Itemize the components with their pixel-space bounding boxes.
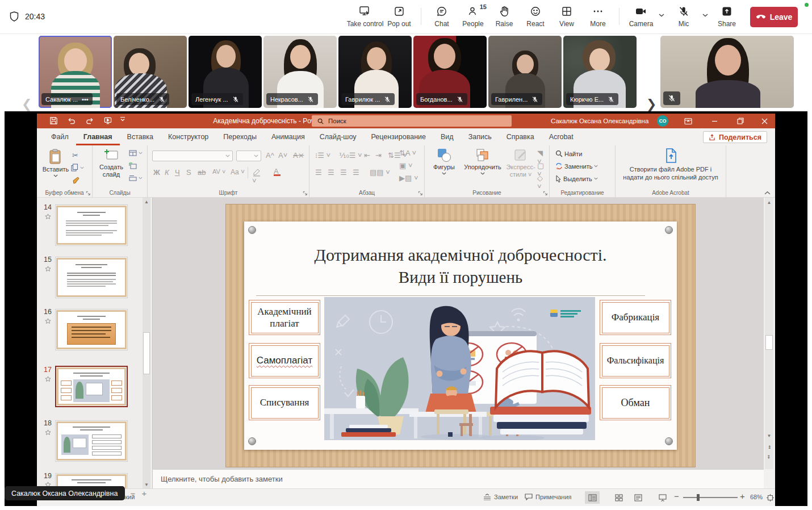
account-avatar[interactable]: СО: [657, 115, 668, 127]
text-shadow-button[interactable]: S: [186, 168, 191, 177]
qat-customize-chevron[interactable]: [120, 116, 125, 122]
cut-button[interactable]: ✂: [72, 151, 78, 160]
collapse-ribbon-chevron[interactable]: [764, 191, 771, 195]
font-name-combo[interactable]: [152, 151, 233, 161]
scrollbar-thumb[interactable]: [765, 335, 773, 350]
ppt-search-box[interactable]: [312, 115, 512, 127]
bullets-button[interactable]: ⁝☰ ˅: [315, 151, 330, 160]
slide-thumbnail-14[interactable]: [55, 204, 128, 246]
decrease-indent-button[interactable]: ⇤: [364, 151, 370, 160]
participant-tile[interactable]: Легенчук ...: [189, 36, 262, 108]
share-button[interactable]: Share: [709, 5, 745, 28]
slide-thumbnail-18[interactable]: [55, 420, 128, 462]
slide-title-line2[interactable]: Види її порушень: [249, 268, 672, 287]
violation-box-academic-plagiarism[interactable]: Академічний плагіат: [249, 300, 320, 335]
share-zoom-out-button[interactable]: −: [127, 486, 139, 500]
save-icon[interactable]: [49, 116, 58, 125]
arrange-button[interactable]: Упорядочить: [461, 148, 504, 175]
character-spacing-button[interactable]: AV ˅: [212, 168, 225, 175]
highlight-color-button[interactable]: ˅: [252, 168, 261, 185]
tab-record[interactable]: Запись: [461, 128, 499, 145]
minimize-button[interactable]: [704, 114, 725, 128]
create-pdf-icon[interactable]: [663, 148, 679, 164]
zoom-percentage[interactable]: 68%: [750, 494, 763, 500]
zoom-slider-thumb[interactable]: [697, 494, 700, 501]
columns-button[interactable]: ▤▤ ˅: [370, 168, 390, 177]
notes-panel[interactable]: Щелкните, чтобы добавить заметки: [152, 469, 764, 488]
pop-out-button[interactable]: Pop out: [381, 5, 417, 28]
restore-button[interactable]: [730, 114, 751, 128]
participant-tile[interactable]: Гаврилюк ...: [338, 36, 412, 108]
zoom-out-button[interactable]: −: [674, 491, 679, 501]
close-button[interactable]: [754, 114, 775, 128]
format-painter-button[interactable]: [72, 176, 80, 184]
paste-button[interactable]: Вставить: [43, 149, 69, 177]
bold-button[interactable]: Ж: [153, 168, 160, 177]
zoom-in-button[interactable]: +: [740, 491, 745, 501]
more-button[interactable]: More: [580, 5, 616, 28]
tab-acrobat[interactable]: Acrobat: [542, 128, 581, 145]
tab-review[interactable]: Рецензирование: [363, 128, 433, 145]
share-zoom-in-button[interactable]: +: [139, 486, 150, 500]
select-button[interactable]: Выделить: [555, 175, 598, 182]
filmstrip-prev-chevron[interactable]: ❮: [22, 98, 32, 111]
mic-button[interactable]: Mic: [665, 5, 702, 28]
convert-smartart-button[interactable]: ▶▤ ˅: [399, 174, 418, 182]
align-left-button[interactable]: ☰: [315, 168, 322, 177]
participant-tile[interactable]: Богданов...: [413, 36, 487, 108]
leave-button[interactable]: Leave: [750, 7, 798, 27]
shrink-font-button[interactable]: A˅: [278, 151, 287, 160]
clipboard-dialog-launcher[interactable]: [86, 191, 91, 196]
align-right-button[interactable]: ☰: [340, 168, 347, 177]
slide-thumbnail-15[interactable]: [55, 257, 128, 298]
tab-file[interactable]: Файл: [44, 128, 76, 145]
ppt-share-button[interactable]: Поделиться: [703, 131, 767, 143]
participant-tile-spotlight[interactable]: [660, 36, 794, 108]
quick-styles-button[interactable]: Экспресс-стили ˅: [505, 148, 536, 178]
start-slideshow-icon[interactable]: [103, 116, 112, 125]
align-text-button[interactable]: ▣ ˅: [399, 161, 413, 170]
redo-icon[interactable]: [85, 116, 94, 125]
tab-home[interactable]: Главная: [76, 128, 120, 145]
ribbon-display-options-button[interactable]: [677, 114, 699, 128]
slide-thumbnail-16[interactable]: [55, 309, 128, 350]
camera-options-chevron[interactable]: [659, 14, 664, 17]
slideshow-view-button[interactable]: [655, 491, 670, 504]
clear-formatting-button[interactable]: A⨯: [293, 151, 304, 160]
change-case-button[interactable]: Aa ˅: [231, 168, 245, 176]
search-input[interactable]: [328, 118, 487, 124]
paragraph-dialog-launcher[interactable]: [418, 191, 423, 196]
violation-box-cheating[interactable]: Списування: [249, 385, 320, 420]
shape-effects-button[interactable]: ◇ ˅: [537, 174, 549, 191]
zoom-slider-track[interactable]: [683, 497, 738, 498]
grow-font-button[interactable]: A^: [266, 151, 274, 160]
slide-title-line1[interactable]: Дотримання академічної доброчесності.: [249, 245, 672, 265]
strikethrough-button[interactable]: ab: [198, 168, 206, 177]
participant-tile[interactable]: Гаврилен...: [488, 36, 562, 108]
violation-box-deception[interactable]: Обман: [600, 385, 671, 420]
reset-slide-button[interactable]: [129, 162, 137, 169]
scrollbar-thumb[interactable]: [143, 332, 150, 374]
copy-button[interactable]: [71, 164, 84, 172]
tab-animations[interactable]: Анимация: [264, 128, 312, 145]
tab-help[interactable]: Справка: [499, 128, 542, 145]
previous-slide-button[interactable]: ⏫︎: [765, 443, 773, 451]
font-size-combo[interactable]: [236, 151, 261, 161]
notes-toggle[interactable]: Заметки: [483, 494, 518, 500]
section-button[interactable]: [129, 175, 143, 181]
take-control-button[interactable]: Take control: [347, 5, 383, 28]
filmstrip-next-chevron[interactable]: ❯: [646, 98, 656, 111]
shapes-button[interactable]: Фигуры: [429, 148, 459, 175]
numbering-button[interactable]: ⅒☰ ˅: [339, 151, 362, 160]
next-slide-button[interactable]: ⏬︎: [765, 453, 773, 461]
text-direction-button[interactable]: ⇅A ˅: [399, 149, 416, 157]
participant-tile[interactable]: Кюркчю Е...: [563, 36, 637, 108]
tab-insert[interactable]: Вставка: [120, 128, 161, 145]
new-slide-button[interactable]: Создатьслайд: [96, 149, 127, 178]
violation-box-self-plagiarism[interactable]: Самоплагіат: [249, 343, 320, 378]
justify-button[interactable]: ☰: [353, 168, 359, 177]
tab-design[interactable]: Конструктор: [161, 128, 216, 145]
italic-button[interactable]: К: [165, 168, 169, 177]
tab-view[interactable]: Вид: [433, 128, 461, 145]
scroll-up-arrow[interactable]: ▲: [143, 198, 150, 206]
